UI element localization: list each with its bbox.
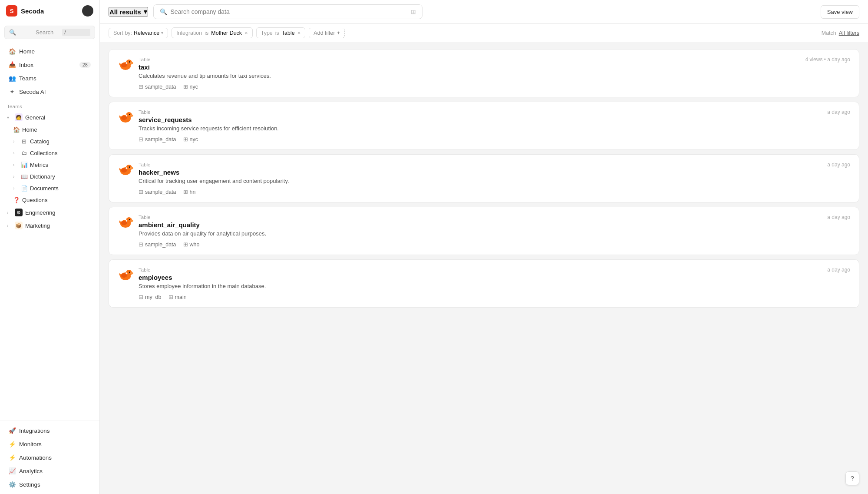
schema-icon: ⊞ xyxy=(168,294,173,300)
card-meta: Table a day ago xyxy=(139,267,850,273)
card-database: ⊟ sample_data xyxy=(139,83,176,90)
tree-item-label: Metrics xyxy=(30,162,48,168)
card-title: ambient_air_quality xyxy=(139,221,850,229)
team-engineering-icon: ⚙ xyxy=(15,209,23,216)
card-database: ⊟ sample_data xyxy=(139,241,176,248)
card-body: Table a day ago service_requests Tracks … xyxy=(139,109,850,143)
chevron-right-icon: › xyxy=(7,223,12,228)
svg-point-21 xyxy=(129,219,130,220)
integration-value: Mother Duck xyxy=(211,30,242,36)
svg-point-20 xyxy=(130,220,133,222)
card-icon: ✦ xyxy=(118,56,133,72)
integration-label: Integration xyxy=(176,30,202,36)
svg-point-2 xyxy=(130,62,133,64)
tree-item-catalog[interactable]: › ⊞ Catalog xyxy=(3,136,97,147)
tree-item-label: Dictionary xyxy=(30,173,55,180)
card-title: employees xyxy=(139,274,850,281)
card-schema: ⊞ who xyxy=(183,241,200,248)
match-text: Match xyxy=(822,30,836,36)
motherduck-icon: ✦ xyxy=(118,56,133,72)
chevron-right-icon: › xyxy=(13,139,18,144)
sidebar-item-automations[interactable]: ⚡ Automations xyxy=(3,451,97,464)
tree-item-dictionary[interactable]: › 📖 Dictionary xyxy=(3,171,97,182)
result-card[interactable]: ✦ Table a day ago employees Stores emplo… xyxy=(109,259,859,308)
team-engineering[interactable]: › ⚙ Engineering xyxy=(3,206,97,219)
sidebar-item-teams[interactable]: 👥 Teams xyxy=(3,72,97,85)
results-area: ✦ Table 4 views • a day ago taxi Calcula… xyxy=(100,42,868,494)
card-description: Stores employee information in the main … xyxy=(139,283,850,289)
sidebar-bottom-nav: 🚀 Integrations ⚡ Monitors ⚡ Automations … xyxy=(0,421,99,494)
sidebar-item-analytics[interactable]: 📈 Analytics xyxy=(3,464,97,477)
card-description: Provides data on air quality for analyti… xyxy=(139,230,850,237)
result-card[interactable]: ✦ Table a day ago service_requests Track… xyxy=(109,102,859,150)
close-icon[interactable]: × xyxy=(244,30,248,36)
settings-icon: ⚙️ xyxy=(9,481,16,488)
chevron-down-icon: ▾ xyxy=(161,30,163,35)
sidebar-item-inbox[interactable]: 📥 Inbox 28 xyxy=(3,58,97,71)
database-icon: ⊟ xyxy=(139,83,143,90)
result-card[interactable]: ✦ Table a day ago ambient_air_quality Pr… xyxy=(109,207,859,255)
card-icon: ✦ xyxy=(118,267,133,282)
team-marketing[interactable]: › 📦 Marketing xyxy=(3,219,97,232)
team-general[interactable]: ▾ 🧑 General xyxy=(3,111,97,123)
avatar[interactable] xyxy=(82,5,93,17)
sidebar-item-integrations[interactable]: 🚀 Integrations xyxy=(3,424,97,437)
card-meta: Table a day ago xyxy=(139,162,850,168)
search-bar[interactable]: 🔍 ⊞ xyxy=(153,4,422,19)
close-icon[interactable]: × xyxy=(297,30,301,36)
tree-item-documents[interactable]: › 📄 Documents xyxy=(3,183,97,194)
all-results-label: All results xyxy=(109,8,141,16)
search-shortcut: / xyxy=(62,29,90,36)
svg-point-8 xyxy=(130,115,133,117)
metrics-icon: 📊 xyxy=(21,162,27,168)
search-label: Search xyxy=(36,29,59,36)
card-tags: ⊟ sample_data ⊞ nyc xyxy=(139,83,850,90)
home-icon: 🏠 xyxy=(9,48,16,55)
type-operator: is xyxy=(275,30,279,36)
brand[interactable]: S Secoda xyxy=(6,5,44,17)
schema-icon: ⊞ xyxy=(183,83,188,90)
sidebar-item-label: Secoda AI xyxy=(19,89,46,95)
card-schema: ⊞ nyc xyxy=(183,83,198,90)
add-filter-button[interactable]: Add filter + xyxy=(309,28,345,38)
sidebar-item-home[interactable]: 🏠 Home xyxy=(3,45,97,58)
team-marketing-label: Marketing xyxy=(25,222,50,229)
result-card[interactable]: ✦ Table a day ago hacker_news Critical f… xyxy=(109,154,859,202)
sidebar-item-secoda-ai[interactable]: ✦ Secoda AI xyxy=(3,85,97,98)
sidebar-item-monitors[interactable]: ⚡ Monitors xyxy=(3,438,97,451)
search-icon: 🔍 xyxy=(160,8,167,15)
all-results-button[interactable]: All results ▾ xyxy=(109,7,148,17)
motherduck-icon: ✦ xyxy=(118,162,133,177)
card-time: a day ago xyxy=(827,162,850,168)
schema-icon: ⊞ xyxy=(183,189,188,195)
all-filters-link[interactable]: All filters xyxy=(839,30,859,36)
sidebar-item-settings[interactable]: ⚙️ Settings xyxy=(3,478,97,491)
type-filter[interactable]: Type is Table × xyxy=(256,27,306,38)
svg-point-14 xyxy=(130,167,133,169)
sidebar-item-label: Automations xyxy=(19,454,52,461)
card-body: Table a day ago employees Stores employe… xyxy=(139,267,850,300)
svg-text:✦: ✦ xyxy=(125,219,128,223)
card-icon: ✦ xyxy=(118,214,133,230)
tree-item-collections[interactable]: › 🗂 Collections xyxy=(3,148,97,159)
tree-item-label: Documents xyxy=(30,185,59,192)
database-label: sample_data xyxy=(145,242,176,248)
card-top: ✦ Table 4 views • a day ago taxi Calcula… xyxy=(118,56,850,90)
svg-point-27 xyxy=(129,272,130,273)
integration-filter[interactable]: Integration is Mother Duck × xyxy=(172,27,253,38)
sort-filter[interactable]: Sort by: Relevance ▾ xyxy=(109,28,168,38)
result-card[interactable]: ✦ Table 4 views • a day ago taxi Calcula… xyxy=(109,49,859,97)
chevron-down-icon: ▾ xyxy=(144,8,147,16)
search-input[interactable] xyxy=(171,8,407,15)
save-view-button[interactable]: Save view xyxy=(821,5,859,19)
chevron-right-icon: › xyxy=(13,174,18,179)
card-body: Table a day ago ambient_air_quality Prov… xyxy=(139,214,850,248)
team-general-icon: 🧑 xyxy=(15,113,23,121)
sidebar-item-label: Inbox xyxy=(19,62,33,68)
tree-item-metrics[interactable]: › 📊 Metrics xyxy=(3,159,97,170)
search-button[interactable]: 🔍 Search / xyxy=(4,26,95,39)
help-button[interactable]: ? xyxy=(845,471,859,485)
tree-item-questions[interactable]: ❓ Questions xyxy=(3,195,97,206)
search-options-icon[interactable]: ⊞ xyxy=(411,8,416,15)
tree-item-home[interactable]: 🏠 Home xyxy=(3,124,97,135)
